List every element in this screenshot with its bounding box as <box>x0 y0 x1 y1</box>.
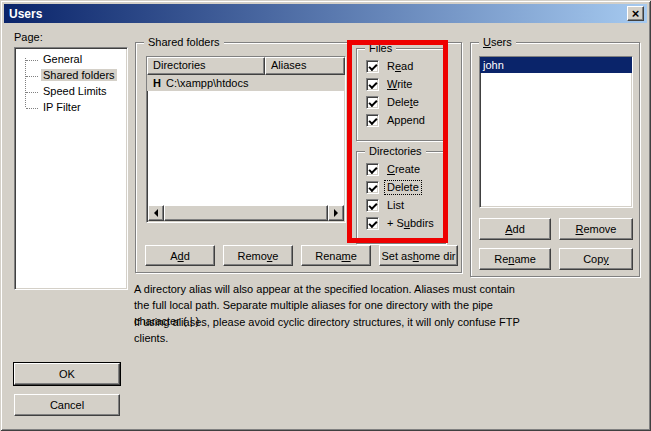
directories-listview: Directories Aliases H C:\xampp\htdocs <box>146 56 346 223</box>
files-append-row: Append <box>357 111 445 129</box>
set-as-home-dir-button[interactable]: Set as home dir <box>379 245 458 266</box>
subdirs-checkbox[interactable] <box>366 217 379 230</box>
arrow-left-icon <box>150 209 158 217</box>
append-label[interactable]: Append <box>385 114 427 127</box>
create-checkbox[interactable] <box>366 163 379 176</box>
shared-folders-legend: Shared folders <box>144 35 224 50</box>
files-delete-checkbox[interactable] <box>366 96 379 109</box>
dirs-list-row: List <box>357 196 445 214</box>
append-checkbox[interactable] <box>366 114 379 127</box>
files-write-row: Write <box>357 75 445 93</box>
files-read-row: Read <box>357 57 445 75</box>
read-label[interactable]: Read <box>385 60 415 73</box>
window-title: Users <box>9 7 42 21</box>
titlebar[interactable]: Users × <box>4 4 647 23</box>
directories-group: Directories Create Delete List + Subdirs <box>356 151 446 244</box>
user-rename-button[interactable]: Rename <box>479 248 551 270</box>
dirs-delete-checkbox[interactable] <box>366 181 379 194</box>
page-item-ip-filter[interactable]: IP Filter <box>15 100 127 116</box>
column-header-directories[interactable]: Directories <box>147 57 265 75</box>
page-list: General Shared folders Speed Limits IP F… <box>14 47 128 290</box>
subdirs-label[interactable]: + Subdirs <box>385 217 436 230</box>
folder-rename-button[interactable]: Rename <box>301 245 371 266</box>
dirs-create-row: Create <box>357 160 445 178</box>
home-marker: H <box>147 77 166 89</box>
shared-folders-group: Shared folders Directories Aliases H C:\… <box>135 42 462 273</box>
dirs-subdirs-row: + Subdirs <box>357 214 445 232</box>
arrow-right-icon <box>334 209 342 217</box>
page-item-general[interactable]: General <box>15 52 127 68</box>
horizontal-scrollbar[interactable] <box>148 205 344 221</box>
files-delete-row: Delete <box>357 93 445 111</box>
list-checkbox[interactable] <box>366 199 379 212</box>
listview-header-row: Directories Aliases <box>147 57 345 75</box>
page-item-shared-folders[interactable]: Shared folders <box>15 68 127 84</box>
scrollbar-thumb[interactable] <box>164 205 328 221</box>
close-icon[interactable]: × <box>627 6 644 21</box>
user-row-john[interactable]: john <box>480 57 632 73</box>
user-add-button[interactable]: Add <box>479 218 551 240</box>
dirs-delete-row: Delete <box>357 178 445 196</box>
write-label[interactable]: Write <box>385 78 414 91</box>
page-item-speed-limits[interactable]: Speed Limits <box>15 84 127 100</box>
scroll-right-button[interactable] <box>328 205 344 221</box>
folder-remove-button[interactable]: Remove <box>223 245 293 266</box>
files-delete-label[interactable]: Delete <box>385 96 421 109</box>
user-copy-button[interactable]: Copy <box>559 248 633 270</box>
users-list: john <box>479 56 633 208</box>
directory-row[interactable]: H C:\xampp\htdocs <box>147 75 345 91</box>
users-dialog: Users × Page: General Shared folders Spe… <box>0 0 651 431</box>
scroll-left-button[interactable] <box>148 205 164 221</box>
folder-add-button[interactable]: Add <box>145 245 215 266</box>
write-checkbox[interactable] <box>366 78 379 91</box>
column-header-aliases[interactable]: Aliases <box>265 57 345 75</box>
cancel-button[interactable]: Cancel <box>14 394 120 416</box>
files-group: Files Read Write Delete Append <box>356 48 446 141</box>
users-legend: Users <box>479 35 516 50</box>
list-label[interactable]: List <box>385 199 406 212</box>
dirs-delete-label[interactable]: Delete <box>385 181 421 194</box>
users-group: Users john Add Remove Rename Copy <box>470 42 640 277</box>
user-remove-button[interactable]: Remove <box>559 218 633 240</box>
create-label[interactable]: Create <box>385 163 422 176</box>
page-label: Page: <box>14 31 43 43</box>
read-checkbox[interactable] <box>366 60 379 73</box>
cyclic-note-text: If using aliases, please avoid cyclic di… <box>134 314 520 346</box>
directory-path: C:\xampp\htdocs <box>166 77 249 89</box>
files-legend: Files <box>365 41 396 56</box>
ok-button[interactable]: OK <box>14 363 120 385</box>
directories-legend: Directories <box>365 144 426 159</box>
